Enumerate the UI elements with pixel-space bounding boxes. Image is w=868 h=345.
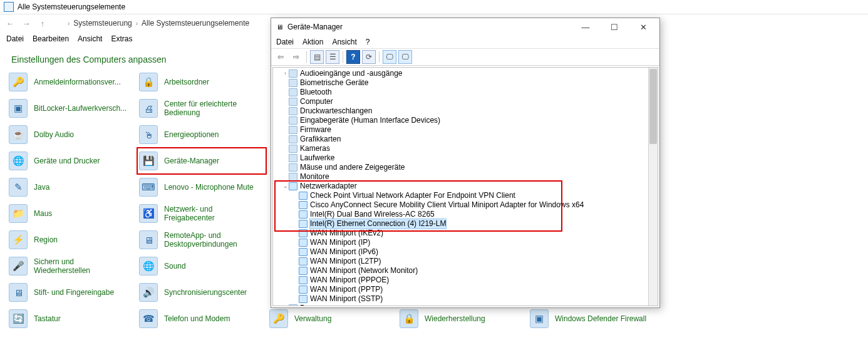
- tree-node[interactable]: Computer: [273, 97, 649, 106]
- tree-node[interactable]: WAN Miniport (PPPOE): [273, 275, 649, 285]
- tree-node-label: Intel(R) Ethernet Connection (4) I219-LM: [310, 219, 446, 229]
- dm-menu-datei[interactable]: Datei: [276, 38, 294, 46]
- tree-node[interactable]: WAN Miniport (PPTP): [273, 285, 649, 294]
- cp-item-label: Region: [34, 235, 58, 244]
- cp-item[interactable]: 🌐Sound: [139, 255, 264, 277]
- tree-node[interactable]: WAN Miniport (L2TP): [273, 257, 649, 266]
- cp-item[interactable]: 🔄Tastatur: [9, 307, 134, 330]
- menu-extras[interactable]: Extras: [111, 34, 132, 43]
- breadcrumb-0[interactable]: Systemsteuerung: [73, 19, 132, 28]
- collapse-icon[interactable]: ⌄: [282, 182, 289, 191]
- cp-item-icon: 🎤: [9, 257, 28, 275]
- device-category-icon: [289, 70, 297, 78]
- tree-node-label: Eingabegeräte (Human Interface Devices): [300, 116, 440, 125]
- tree-node[interactable]: WAN Miniport (IPv6): [273, 247, 649, 257]
- dm-menu-help[interactable]: ?: [366, 38, 370, 46]
- cp-item[interactable]: 🔑Verwaltung: [269, 307, 395, 330]
- tree-node[interactable]: Intel(R) Ethernet Connection (4) I219-LM: [273, 219, 649, 229]
- expand-icon[interactable]: ›: [282, 304, 289, 306]
- dm-menu-aktion[interactable]: Aktion: [302, 38, 323, 46]
- tb-list-icon[interactable]: ☰: [326, 50, 339, 64]
- cp-item[interactable]: ☎Telefon und Modem: [139, 307, 264, 330]
- menu-datei[interactable]: Datei: [6, 34, 24, 43]
- menu-ansicht[interactable]: Ansicht: [78, 34, 102, 43]
- address-bar[interactable]: › Systemsteuerung › Alle Systemsteuerung…: [53, 16, 253, 30]
- tb-scan-icon[interactable]: ⟳: [362, 50, 376, 64]
- cp-item[interactable]: ⚡Region: [9, 229, 134, 251]
- cp-item[interactable]: 🖨Center für erleichterte Bedienung: [139, 97, 264, 120]
- cp-item[interactable]: ▣Windows Defender Firewall: [530, 307, 655, 330]
- cp-item-icon: ⌨: [139, 178, 158, 197]
- tree-node[interactable]: Kameras: [273, 144, 649, 153]
- cp-item-icon: ▣: [530, 309, 549, 328]
- tree-node[interactable]: ›Prozessoren: [273, 304, 649, 306]
- cp-item[interactable]: 🖥Stift- und Fingereingabe: [9, 281, 134, 304]
- tree-node[interactable]: Laufwerke: [273, 153, 649, 163]
- cp-item[interactable]: ▣BitLocker-Laufwerkversch...: [9, 97, 134, 120]
- tb-monitor2-icon[interactable]: 🖵: [398, 50, 412, 64]
- tree-node[interactable]: ›Audioeingänge und -ausgänge: [273, 69, 649, 78]
- tb-back-icon[interactable]: ⇦: [274, 50, 287, 64]
- cp-item-label: Verwaltung: [294, 314, 331, 323]
- cp-item-label: Telefon und Modem: [164, 314, 230, 323]
- tb-properties-icon[interactable]: ▤: [310, 50, 324, 64]
- tree-node[interactable]: Biometrische Geräte: [273, 78, 649, 88]
- tree-node[interactable]: Cisco AnyConnect Secure Mobility Client …: [273, 200, 649, 210]
- cp-item[interactable]: 🔊Synchronisierungscenter: [139, 281, 264, 304]
- cp-item[interactable]: 🖱Energieoptionen: [139, 123, 264, 146]
- cp-item[interactable]: 📁Maus: [9, 202, 134, 225]
- tree-node[interactable]: Firmware: [273, 125, 649, 135]
- nav-up-icon[interactable]: ↑: [36, 17, 49, 29]
- toolbar-separator: [343, 51, 343, 63]
- tb-help-icon[interactable]: ?: [346, 50, 360, 64]
- minimize-button[interactable]: —: [573, 19, 598, 34]
- tree-node[interactable]: Grafikkarten: [273, 135, 649, 144]
- device-category-icon: [289, 88, 297, 96]
- close-button[interactable]: ✕: [631, 19, 656, 34]
- scrollbar[interactable]: [648, 68, 658, 306]
- tree-node[interactable]: ⌄Netzwerkadapter: [273, 182, 649, 191]
- cp-item[interactable]: 🖥RemoteApp- und Desktopverbindungen: [139, 229, 264, 251]
- cp-item[interactable]: 🔒Arbeitsordner: [139, 71, 264, 93]
- cp-item[interactable]: ♿Netzwerk- und Freigabecenter: [139, 202, 264, 225]
- cp-item[interactable]: 🎤Sichern und Wiederherstellen: [9, 255, 134, 277]
- nav-back-icon[interactable]: ←: [4, 17, 16, 29]
- tree-node[interactable]: Eingabegeräte (Human Interface Devices): [273, 116, 649, 125]
- tree-node[interactable]: Mäuse und andere Zeigegeräte: [273, 163, 649, 172]
- dm-titlebar[interactable]: 🖥 Geräte-Manager — ☐ ✕: [271, 18, 659, 36]
- menu-bearbeiten[interactable]: Bearbeiten: [33, 34, 69, 43]
- tree-node[interactable]: WAN Miniport (IP): [273, 238, 649, 247]
- dm-menu-ansicht[interactable]: Ansicht: [332, 38, 356, 46]
- cp-item[interactable]: 💾Geräte-Manager: [139, 150, 264, 172]
- tb-forward-icon[interactable]: ⇨: [289, 50, 303, 64]
- tree-node[interactable]: Intel(R) Dual Band Wireless-AC 8265: [273, 210, 649, 219]
- device-tree[interactable]: ›Audioeingänge und -ausgängeBiometrische…: [273, 68, 649, 306]
- tree-node[interactable]: Bluetooth: [273, 88, 649, 97]
- cp-item-icon: 🔑: [269, 309, 288, 328]
- tree-node[interactable]: WAN Miniport (IKEv2): [273, 229, 649, 238]
- cp-item[interactable]: 🔒Wiederherstellung: [400, 307, 525, 330]
- cp-item-icon: 📁: [9, 204, 28, 223]
- cp-item[interactable]: ☕Dolby Audio: [9, 123, 134, 146]
- address-icon: [56, 19, 64, 27]
- tb-monitor-icon[interactable]: 🖵: [383, 50, 396, 64]
- cp-item[interactable]: 🌐Geräte und Drucker: [9, 150, 134, 172]
- expand-icon[interactable]: ›: [282, 69, 289, 78]
- cp-item-icon: ☕: [9, 125, 28, 144]
- breadcrumb-1[interactable]: Alle Systemsteuerungselemente: [142, 19, 249, 28]
- tree-node[interactable]: Check Point Virtual Network Adapter For …: [273, 191, 649, 200]
- cp-item[interactable]: ✎Java: [9, 176, 134, 198]
- scrollbar-thumb[interactable]: [649, 69, 657, 144]
- cp-item-icon: 🔄: [9, 309, 28, 328]
- tree-node[interactable]: WAN Miniport (Network Monitor): [273, 266, 649, 275]
- cp-item[interactable]: 🔑Anmeldeinformationsver...: [9, 71, 134, 93]
- tree-node[interactable]: Monitore: [273, 172, 649, 182]
- tree-node[interactable]: WAN Miniport (SSTP): [273, 294, 649, 304]
- tree-node-label: Prozessoren: [300, 304, 342, 306]
- cp-item-label: RemoteApp- und Desktopverbindungen: [164, 231, 258, 249]
- tree-node[interactable]: Druckwarteschlangen: [273, 106, 649, 116]
- nav-forward-icon[interactable]: →: [20, 17, 33, 29]
- cp-item[interactable]: ⌨Lenovo - Microphone Mute: [139, 176, 264, 198]
- device-category-icon: [289, 98, 297, 106]
- maximize-button[interactable]: ☐: [602, 19, 627, 34]
